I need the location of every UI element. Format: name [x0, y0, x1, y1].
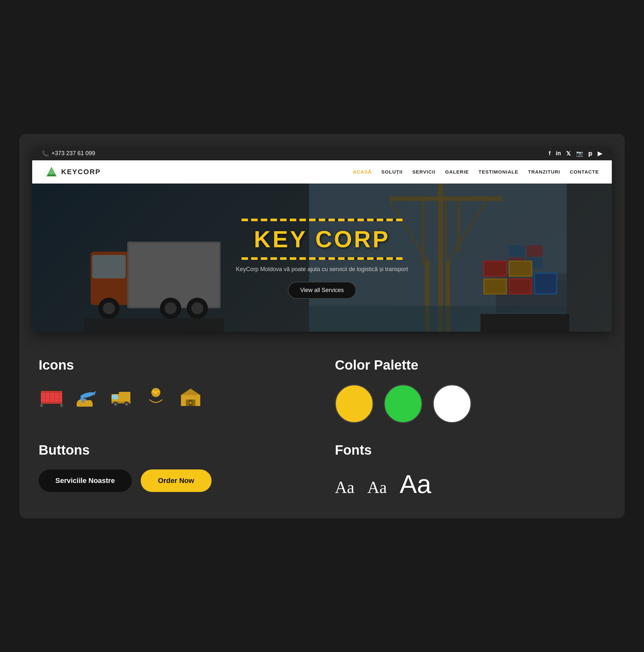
buttons-section: Buttons Serviciile Noastre Order Now: [38, 442, 309, 499]
svg-rect-60: [112, 395, 118, 399]
top-bar: 📞 +373 237 61 099 f in 𝕏 📷 𝕡 ▶: [32, 147, 612, 160]
stripe-line-bottom: [242, 257, 402, 260]
phone-bar: 📞 +373 237 61 099: [42, 150, 95, 157]
svg-point-65: [125, 403, 128, 405]
linkedin-icon[interactable]: in: [556, 150, 561, 157]
social-links: f in 𝕏 📷 𝕡 ▶: [549, 150, 602, 157]
svg-marker-54: [93, 391, 96, 396]
icons-section: Icons: [38, 357, 309, 423]
youtube-icon[interactable]: ▶: [598, 150, 602, 157]
handshake-icon: 🤝: [143, 384, 169, 410]
order-now-button[interactable]: Order Now: [141, 469, 212, 492]
instagram-icon[interactable]: 📷: [576, 150, 583, 157]
buttons-title: Buttons: [38, 442, 309, 458]
icons-title: Icons: [38, 357, 309, 373]
nav-servicii[interactable]: SERVICII: [412, 169, 436, 174]
pinterest-icon[interactable]: 𝕡: [588, 150, 592, 157]
svg-marker-69: [181, 389, 200, 395]
nav-galerie[interactable]: GALERIE: [445, 169, 469, 174]
nav-links: ACASĂ SOLUȚII SERVICII GALERIE TESTIMONI…: [353, 169, 599, 174]
outer-frame: 📞 +373 237 61 099 f in 𝕏 📷 𝕡 ▶: [19, 134, 625, 518]
serviciile-button[interactable]: Serviciile Noastre: [38, 469, 132, 492]
phone-number: +373 237 61 099: [52, 150, 95, 157]
logo-icon: [45, 165, 58, 179]
font-sample-sans-lg: Aa: [400, 469, 431, 499]
svg-rect-2: [48, 174, 55, 176]
truck-icon: [108, 384, 134, 410]
fonts-row: Aa Aa Aa: [335, 469, 606, 499]
nav-tranzituri[interactable]: TRANZITURI: [528, 169, 560, 174]
stripe-line-top: [242, 219, 402, 221]
stripe-top: [242, 216, 402, 223]
logo-text: KEYCORP: [61, 168, 101, 176]
fonts-title: Fonts: [335, 442, 606, 458]
warehouse-icon: [178, 384, 204, 410]
facebook-icon[interactable]: f: [549, 150, 551, 157]
swatch-green: [384, 384, 423, 423]
air-freight-icon: [74, 384, 99, 410]
font-sample-serif-sm: Aa: [335, 478, 354, 497]
navbar: KEYCORP ACASĂ SOLUȚII SERVICII GALERIE T…: [32, 160, 612, 184]
hero-subtitle: KeyCorp Moldova vă poate ajuta cu servic…: [236, 266, 408, 273]
view-services-button[interactable]: View all Services: [288, 282, 356, 299]
phone-icon: 📞: [42, 150, 49, 157]
svg-marker-3: [48, 170, 55, 174]
swatch-white: [433, 384, 472, 423]
svg-rect-50: [40, 404, 43, 407]
buttons-row: Serviciile Noastre Order Now: [38, 469, 309, 492]
svg-rect-58: [119, 392, 130, 402]
svg-point-72: [190, 402, 192, 404]
swatch-yellow: [335, 384, 374, 423]
color-swatches: [335, 384, 606, 423]
svg-point-63: [114, 403, 117, 405]
nav-acasa[interactable]: ACASĂ: [353, 169, 372, 174]
stripe-bottom: [242, 255, 402, 262]
container-icon: [38, 384, 64, 410]
twitter-icon[interactable]: 𝕏: [566, 150, 571, 157]
browser-window: 📞 +373 237 61 099 f in 𝕏 📷 𝕡 ▶: [32, 147, 612, 332]
hero-title: KEY CORP: [236, 226, 408, 252]
nav-contacte[interactable]: CONTACTE: [570, 169, 599, 174]
font-sample-serif-md: Aa: [368, 478, 387, 497]
svg-rect-55: [77, 403, 93, 407]
svg-text:🤝: 🤝: [152, 389, 160, 396]
design-system: Icons: [32, 351, 612, 506]
color-palette-title: Color Palette: [335, 357, 606, 373]
logo[interactable]: KEYCORP: [45, 165, 101, 179]
nav-testimoniale[interactable]: TESTIMONIALE: [479, 169, 518, 174]
hero-section: KEY CORP KeyCorp Moldova vă poate ajuta …: [32, 184, 612, 332]
svg-rect-57: [81, 399, 85, 403]
fonts-section: Fonts Aa Aa Aa: [335, 442, 606, 499]
nav-solutii[interactable]: SOLUȚII: [381, 169, 402, 174]
icons-row: 🤝: [38, 384, 309, 410]
svg-rect-51: [60, 404, 63, 407]
color-palette-section: Color Palette: [335, 357, 606, 423]
hero-content: KEY CORP KeyCorp Moldova vă poate ajuta …: [236, 216, 408, 299]
